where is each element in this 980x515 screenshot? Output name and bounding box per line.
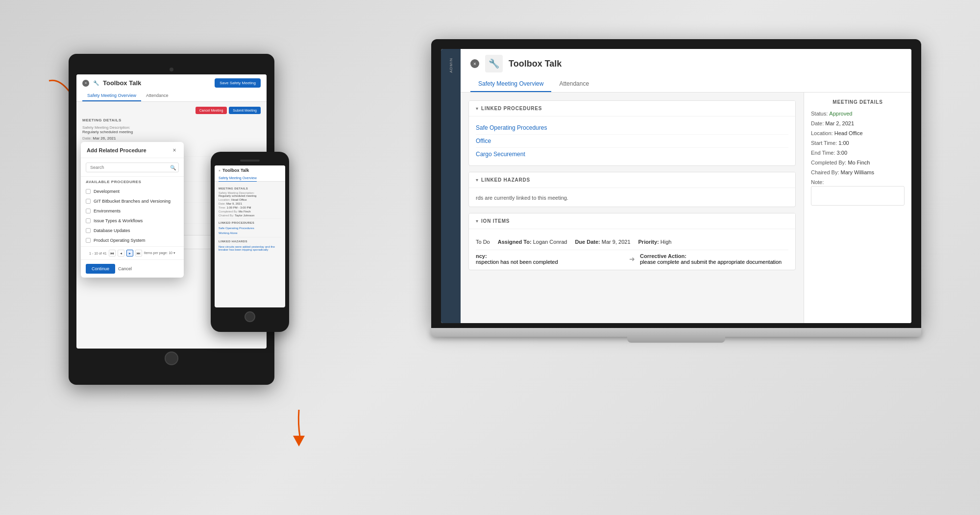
linked-hazards-section: ▾ LINKED HAZARDS rds are currently linke… bbox=[468, 172, 796, 207]
modal-procedure-item[interactable]: Issue Types & Workflows bbox=[81, 216, 184, 226]
pagination-next-button[interactable]: ⏭ bbox=[135, 250, 142, 257]
modal-procedure-item[interactable]: Environments bbox=[81, 206, 184, 216]
modal-search-wrapper: 🔍 bbox=[86, 162, 179, 172]
tablet-date-field: Date: Mar 26, 2021 bbox=[82, 136, 261, 140]
phone-tab-overview[interactable]: Safety Meeting Overview bbox=[219, 175, 257, 182]
panel-start-time: Start Time: 1:00 bbox=[811, 140, 905, 146]
phone-procedure-item[interactable]: Working Alone bbox=[219, 231, 281, 235]
note-box bbox=[811, 186, 905, 206]
tablet-camera bbox=[170, 68, 173, 71]
procedure-checkbox[interactable] bbox=[86, 228, 91, 233]
procedure-checkbox[interactable] bbox=[86, 189, 91, 194]
phone-app: × Toolbox Talk Safety Meeting Overview M… bbox=[215, 165, 285, 307]
phone-location: Location: Head Office bbox=[219, 198, 281, 201]
laptop-screen: ADMIN × 🔧 Toolbox Talk bbox=[441, 49, 911, 323]
procedure-checkbox[interactable] bbox=[86, 218, 91, 223]
tablet-home-button[interactable] bbox=[165, 351, 178, 365]
phone-speaker bbox=[240, 160, 260, 162]
phone-topbar: × Toolbox Talk Safety Meeting Overview bbox=[215, 165, 285, 182]
linked-hazards-title: LINKED HAZARDS bbox=[481, 177, 530, 183]
panel-location: Location: Head Office bbox=[811, 130, 905, 136]
toolbox-icon: 🔧 bbox=[485, 55, 503, 72]
laptop-bezel: ADMIN × 🔧 Toolbox Talk bbox=[431, 39, 921, 328]
modal-title: Add Related Procedure bbox=[87, 147, 147, 153]
laptop-header: × 🔧 Toolbox Talk Safety Meeting Overview bbox=[461, 49, 911, 93]
phone-title-row: × Toolbox Talk bbox=[219, 168, 281, 173]
modal-pagination: 1 - 10 of 41 ⏮ ◂ ▸ ⏭ Items per page: 10 … bbox=[81, 246, 184, 259]
phone-title: Toolbox Talk bbox=[222, 168, 249, 173]
phone-procedure-item[interactable]: Safe Operating Procedures bbox=[219, 226, 281, 231]
linked-procedures-header: ▾ LINKED PROCEDURES bbox=[469, 101, 795, 117]
procedure-checkbox[interactable] bbox=[86, 238, 91, 243]
tablet-close-button[interactable]: × bbox=[82, 80, 89, 87]
svg-marker-2 bbox=[293, 436, 305, 446]
modal-procedure-item[interactable]: Development bbox=[81, 187, 184, 196]
laptop-main-content: × 🔧 Toolbox Talk Safety Meeting Overview bbox=[461, 49, 911, 323]
modal-close-button[interactable]: × bbox=[171, 147, 178, 154]
action-urgency: ncy: nspection has not been completed bbox=[476, 253, 624, 265]
phone-chaired-by: Chaired By: Taylor Johnson bbox=[219, 214, 281, 217]
laptop-center-panel: ▾ LINKED PROCEDURES Safe Operating Proce… bbox=[461, 93, 804, 323]
tablet-tab-overview[interactable]: Safety Meeting Overview bbox=[82, 91, 141, 101]
action-arrow-icon: ➜ bbox=[629, 255, 635, 263]
linked-procedures-title: LINKED PROCEDURES bbox=[481, 106, 542, 111]
laptop-stand bbox=[627, 337, 725, 343]
phone-close-button[interactable]: × bbox=[219, 169, 220, 172]
modal-search-area: 🔍 bbox=[81, 158, 184, 177]
modal-cancel-button[interactable]: Cancel bbox=[118, 266, 132, 271]
laptop-close-button[interactable]: × bbox=[470, 59, 479, 68]
action-detail-row: ncy: nspection has not been completed ➜ … bbox=[476, 250, 788, 265]
panel-date: Date: Mar 2, 2021 bbox=[811, 120, 905, 126]
linked-procedure-item[interactable]: Safe Operating Procedures bbox=[476, 121, 788, 135]
linked-hazards-body: rds are currently linked to this meeting… bbox=[469, 188, 795, 207]
tablet-title-row: × 🔧 Toolbox Talk Save Safety Meeting bbox=[82, 78, 261, 88]
linked-procedures-body: Safe Operating Procedures Office Cargo S… bbox=[469, 117, 795, 165]
phone-bezel: × Toolbox Talk Safety Meeting Overview M… bbox=[211, 152, 289, 332]
tablet-cancel-button[interactable]: Cancel Meeting bbox=[196, 107, 227, 114]
pagination-prev-button[interactable]: ◂ bbox=[118, 250, 124, 257]
modal-procedure-item[interactable]: GIT Bitbucket Branches and Versioning bbox=[81, 196, 184, 206]
tab-attendance[interactable]: Attendance bbox=[551, 76, 597, 92]
laptop-sidebar: ADMIN bbox=[441, 49, 461, 323]
modal-continue-button[interactable]: Continue bbox=[86, 264, 115, 274]
tablet-submit-button[interactable]: Submit Meeting bbox=[229, 107, 261, 114]
phone-linked-hazards-label: LINKED HAZARDS bbox=[219, 240, 281, 243]
tab-safety-meeting-overview[interactable]: Safety Meeting Overview bbox=[470, 76, 551, 92]
phone-hazard-text: New circuits were added yesterday and th… bbox=[219, 244, 281, 252]
linked-hazards-header: ▾ LINKED HAZARDS bbox=[469, 172, 795, 188]
tablet-tabs: Safety Meeting Overview Attendance bbox=[82, 91, 261, 101]
phone-date: Date: Mar 9, 2021 bbox=[219, 202, 281, 205]
tablet-app-title: Toolbox Talk bbox=[103, 79, 141, 87]
linked-procedure-item[interactable]: Office bbox=[476, 135, 788, 148]
action-corrective: Corrective Action: please complete and s… bbox=[640, 253, 788, 265]
modal-procedure-item[interactable]: Product Operating System bbox=[81, 235, 184, 245]
phone-home-button[interactable] bbox=[245, 311, 255, 322]
modal-procedures-list: Development GIT Bitbucket Branches and V… bbox=[81, 186, 184, 246]
laptop-title: Toolbox Talk bbox=[509, 59, 562, 69]
tablet-save-button[interactable]: Save Safety Meeting bbox=[215, 78, 261, 88]
action-status: To Do bbox=[476, 239, 490, 245]
panel-end-time: End Time: 3:00 bbox=[811, 150, 905, 156]
action-items-section: ▾ ION ITEMS To Do bbox=[468, 213, 796, 270]
linked-procedure-item[interactable]: Cargo Securement bbox=[476, 148, 788, 161]
pagination-first-button[interactable]: ⏮ bbox=[109, 250, 116, 257]
phone-body: MEETING DETAILS Safety Meeting Descripti… bbox=[215, 182, 285, 307]
modal-procedure-item[interactable]: Database Updates bbox=[81, 226, 184, 235]
linked-hazards-empty: rds are currently linked to this meeting… bbox=[476, 195, 568, 201]
phone-linked-procedures-label: LINKED PROCEDURES bbox=[219, 221, 281, 224]
action-item-row: To Do Assigned To: Logan Conrad Due bbox=[476, 234, 788, 250]
phone-time: Time: 1:00 PM - 3:00 PM bbox=[219, 206, 281, 209]
items-per-page-label: Items per page: 10 ▾ bbox=[144, 251, 175, 255]
procedure-checkbox[interactable] bbox=[86, 199, 91, 204]
tablet-tab-attendance[interactable]: Attendance bbox=[141, 91, 173, 101]
pagination-current-button[interactable]: ▸ bbox=[126, 250, 133, 257]
procedure-checkbox[interactable] bbox=[86, 209, 91, 213]
phone-divider bbox=[219, 237, 281, 237]
modal-search-input[interactable] bbox=[86, 163, 179, 172]
panel-chaired-by: Chaired By: Mary Williams bbox=[811, 169, 905, 175]
sidebar-label: ADMIN bbox=[449, 58, 453, 73]
action-priority: Priority: High bbox=[638, 239, 672, 245]
tablet-topbar: × 🔧 Toolbox Talk Save Safety Meeting Saf… bbox=[76, 74, 267, 102]
phone-completed-by: Completed By: Mo Finch bbox=[219, 210, 281, 213]
panel-completed-by: Completed By: Mo Finch bbox=[811, 160, 905, 165]
